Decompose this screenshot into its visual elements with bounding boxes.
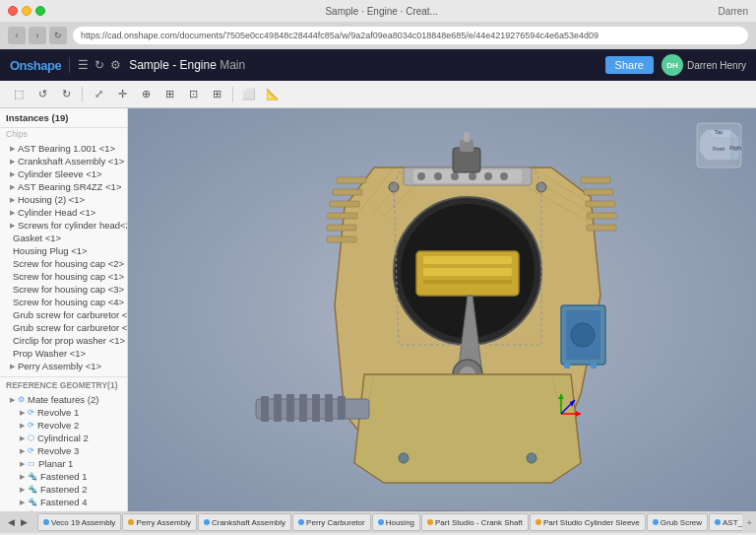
sidebar-instance-15[interactable]: Circlip for prop washer <1>	[0, 334, 127, 347]
nav-prev-button[interactable]: ◀	[6, 516, 17, 528]
sidebar-feature-2[interactable]: ▶⟳Revolve 2	[0, 419, 127, 432]
sidebar-instance-12[interactable]: Screw for housing cap <4>	[0, 296, 127, 308]
tool-transform[interactable]: ⊕	[135, 84, 157, 105]
onshape-logo[interactable]: Onshape	[10, 58, 61, 73]
user-avatar: DH	[662, 54, 683, 76]
sidebar-instance-14[interactable]: Grub screw for carburetor <2>	[0, 321, 127, 334]
sidebar-instance-16[interactable]: Prop Washer <1>	[0, 347, 127, 360]
sidebar-feature-6[interactable]: ▶🔩Fastened 1	[0, 470, 127, 483]
share-button[interactable]: Share	[605, 56, 654, 74]
sidebar-instance-2[interactable]: ▶Cylinder Sleeve <1>	[0, 167, 127, 180]
tool-display[interactable]: ⬜	[238, 84, 260, 105]
svg-rect-38	[286, 394, 294, 422]
feature-arrow: ▶	[20, 422, 25, 430]
tool-select[interactable]: ⬚	[8, 84, 30, 105]
sidebar-feature-5[interactable]: ▶▭Planar 1	[0, 457, 127, 470]
add-tab-button[interactable]: +	[742, 517, 756, 528]
feature-arrow: ▶	[20, 511, 25, 512]
sidebar-instance-5[interactable]: ▶Cylinder Head <1>	[0, 206, 127, 219]
sidebar-instance-10[interactable]: Screw for housing cap <1>	[0, 270, 127, 283]
tab-label: AST_Bearings	[723, 518, 742, 527]
sidebar-instance-1[interactable]: ▶Crankshaft Assembly <1>	[0, 155, 127, 167]
tool-measure[interactable]: 📐	[262, 84, 284, 105]
svg-point-0	[276, 510, 591, 511]
tool-move[interactable]: ✛	[111, 84, 133, 105]
viewport[interactable]: Top Right Front	[128, 108, 756, 511]
feature-arrow: ▶	[20, 409, 25, 417]
arrow-icon: ▶	[10, 183, 15, 191]
bottom-tab-7[interactable]: Grub Screw	[647, 513, 708, 531]
sidebar-feature-0[interactable]: ▶⚙Mate features (2)	[0, 393, 127, 406]
arrow-icon: ▶	[10, 145, 15, 153]
user-name: Darren Henry	[687, 60, 746, 71]
bottom-tab-4[interactable]: Housing	[372, 513, 420, 531]
bottom-tab-5[interactable]: Part Studio - Crank Shaft	[421, 513, 529, 531]
tool-mate[interactable]: ⊞	[158, 84, 180, 105]
sidebar-instance-7[interactable]: Gasket <1>	[0, 232, 127, 244]
sidebar-instance-8[interactable]: Housing Plug <1>	[0, 244, 127, 257]
arrow-icon: ▶	[10, 158, 15, 166]
bottom-tab-2[interactable]: Crankshaft Assembly	[198, 513, 291, 531]
maximize-button[interactable]	[35, 6, 45, 16]
menu-icon[interactable]: ☰	[78, 58, 89, 72]
tab-dot	[204, 519, 210, 525]
svg-rect-11	[337, 177, 366, 183]
nav-next-button[interactable]: ▶	[19, 516, 30, 528]
nav-buttons: ‹ › ↻	[8, 27, 67, 44]
back-button[interactable]: ‹	[8, 27, 26, 44]
features-header: Reference Geometry(1)	[0, 377, 127, 393]
tool-redo[interactable]: ↻	[55, 84, 77, 105]
arrow-icon: ▶	[10, 170, 15, 178]
svg-point-57	[469, 172, 476, 180]
refresh-icon[interactable]: ↻	[94, 58, 104, 72]
tool-explode[interactable]: ⊞	[206, 84, 227, 105]
tab-dot	[536, 519, 541, 525]
tab-dot	[128, 519, 134, 525]
bottom-nav: ◀ ▶	[6, 516, 30, 528]
address-bar[interactable]: https://cad.onshape.com/documents/7505e0…	[73, 27, 748, 44]
tab-dot	[378, 519, 384, 525]
sidebar-feature-3[interactable]: ▶⬡Cylindrical 2	[0, 432, 127, 444]
sidebar-chips: Chips	[0, 128, 127, 140]
instance-label: AST Bearing SR4ZZ <1>	[18, 181, 121, 192]
sidebar-instance-0[interactable]: ▶AST Bearing 1.001 <1>	[0, 142, 127, 155]
tool-zoom-fit[interactable]: ⤢	[88, 84, 109, 105]
tab-dot	[43, 519, 49, 525]
bottom-tab-0[interactable]: Veco 19 Assembly	[37, 513, 121, 531]
minimize-button[interactable]	[22, 6, 32, 16]
orientation-cube[interactable]: Top Right Front	[692, 118, 746, 172]
sidebar-instance-11[interactable]: Screw for housing cap <3>	[0, 283, 127, 296]
bottom-tab-8[interactable]: AST_Bearings	[709, 513, 742, 531]
sidebar-instance-17[interactable]: ▶Perry Assembly <1>	[0, 360, 127, 372]
tab-label: Grub Screw	[661, 518, 702, 527]
sidebar-feature-8[interactable]: ▶🔩Fastened 4	[0, 496, 127, 508]
svg-text:Right: Right	[729, 145, 741, 151]
sidebar-feature-9[interactable]: ▶🔩Fastened 5	[0, 508, 127, 511]
feature-label: Mate features (2)	[28, 394, 98, 405]
sidebar-feature-7[interactable]: ▶🔩Fastened 2	[0, 483, 127, 496]
sidebar-feature-1[interactable]: ▶⟳Revolve 1	[0, 406, 127, 419]
feature-icon: ⟳	[28, 421, 34, 430]
bottom-tab-6[interactable]: Part Studio Cylinder Sleeve	[530, 513, 646, 531]
reload-button[interactable]: ↻	[49, 27, 67, 44]
sidebar-instance-4[interactable]: ▶Housing (2) <1>	[0, 193, 127, 206]
tool-section[interactable]: ⊡	[182, 84, 204, 105]
tab-label: Perry Assembly	[136, 518, 191, 527]
svg-marker-66	[576, 411, 581, 417]
tool-undo[interactable]: ↺	[32, 84, 53, 105]
feature-icon: 🔩	[28, 510, 37, 511]
instance-label: Screw for housing cap <3>	[13, 284, 124, 295]
app-header: Onshape ☰ ↻ ⚙ Sample - Engine Main Share…	[0, 49, 756, 81]
sidebar-instance-13[interactable]: Grub screw for carburetor <1>	[0, 308, 127, 321]
svg-rect-14	[328, 213, 357, 219]
forward-button[interactable]: ›	[29, 27, 46, 44]
sidebar-instance-6[interactable]: ▶Screws for cylinder head<2><1>	[0, 219, 127, 232]
settings-icon[interactable]: ⚙	[110, 58, 121, 72]
sidebar-feature-4[interactable]: ▶⟳Revolve 3	[0, 444, 127, 457]
sidebar-instance-9[interactable]: Screw for housing cap <2>	[0, 257, 127, 270]
svg-text:Top: Top	[715, 129, 723, 135]
bottom-tab-3[interactable]: Perry Carburetor	[292, 513, 371, 531]
sidebar-instance-3[interactable]: ▶AST Bearing SR4ZZ <1>	[0, 180, 127, 193]
close-button[interactable]	[8, 6, 18, 16]
bottom-tab-1[interactable]: Perry Assembly	[122, 513, 197, 531]
